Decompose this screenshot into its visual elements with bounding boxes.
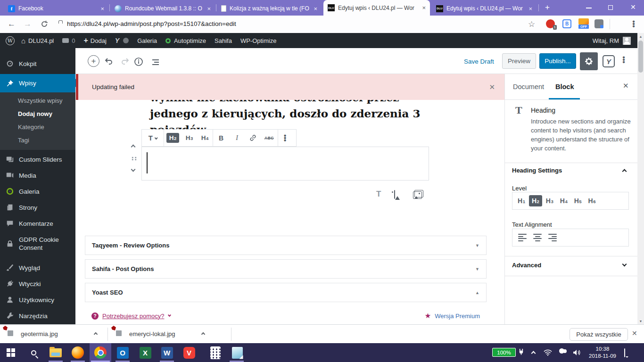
collapse-arrow-icon[interactable]: ▼ [475, 267, 479, 272]
sidebar-item-galeria[interactable]: Galeria [0, 183, 75, 199]
tab-close-icon[interactable]: × [207, 5, 211, 12]
clock[interactable]: 10:38 2018-11-09 [585, 346, 620, 360]
yoast-seo-button[interactable]: Y [603, 55, 615, 67]
save-draft-button[interactable]: Save Draft [464, 58, 494, 65]
preview-button[interactable]: Preview [502, 53, 536, 69]
level-h2-button[interactable]: H2 [529, 195, 542, 206]
panel-expand-icon[interactable] [622, 262, 627, 267]
metabox-sahifa[interactable]: Sahifa - Post Options ▼ [85, 259, 487, 279]
drag-handle-icon[interactable] [131, 156, 137, 161]
taskbar-search-icon[interactable] [27, 346, 40, 359]
align-right-button[interactable] [548, 234, 557, 241]
heading-h2-button[interactable]: H2 [164, 130, 182, 146]
battery-indicator[interactable]: 100% [492, 348, 516, 357]
page-scrollbar[interactable]: ▲ ▼ [637, 33, 644, 324]
site-name-link[interactable]: DLU24.pl [28, 37, 54, 44]
show-all-downloads-button[interactable]: Pokaż wszystkie [570, 328, 628, 341]
download-menu-chevron[interactable] [94, 332, 98, 336]
block-switcher-button[interactable]: T [142, 130, 164, 146]
collapse-arrow-icon[interactable]: ▼ [475, 243, 479, 248]
add-text-block-icon[interactable]: T [376, 189, 381, 199]
sidebar-item-kokpit[interactable]: Kokpit [0, 56, 75, 72]
window-maximize-button[interactable] [608, 5, 613, 10]
word-icon[interactable]: W [161, 346, 173, 359]
sidebar-item-media[interactable]: Media [0, 167, 75, 183]
sidebar-item-custom-sliders[interactable]: Custom Sliders [0, 151, 75, 167]
level-h6-button[interactable]: H6 [586, 195, 599, 206]
heading-h3-button[interactable]: H3 [182, 130, 197, 146]
sidebar-item-wtyczki[interactable]: Wtyczki [0, 276, 75, 292]
move-block-up-icon[interactable] [131, 145, 136, 149]
level-h4-button[interactable]: H4 [557, 195, 570, 206]
content-structure-button[interactable] [134, 57, 143, 66]
comment-count[interactable]: 0 [72, 37, 75, 44]
publish-button[interactable]: Publish... [539, 53, 576, 69]
settings-gear-button[interactable] [580, 52, 598, 70]
downloads-bar-close-icon[interactable]: ✕ [632, 329, 637, 337]
new-tab-button[interactable]: + [545, 3, 550, 12]
yoast-admin-icon[interactable]: Y [115, 37, 119, 44]
calculator-icon[interactable] [209, 346, 222, 359]
need-help-link[interactable]: Potrzebujesz pomocy? [102, 313, 165, 320]
tab-edytuj-wpis-active[interactable]: DLU Edytuj wpis ‹ DLU24.pl — Wor × [323, 0, 430, 16]
level-h5-button[interactable]: H5 [571, 195, 585, 206]
sidebar-item-wyglad[interactable]: Wygląd [0, 260, 75, 276]
file-explorer-icon[interactable] [50, 346, 62, 359]
download-item-geotermia[interactable]: geotermia.jpg [21, 330, 58, 337]
panel-collapse-icon[interactable] [622, 169, 627, 174]
back-button[interactable]: ← [8, 19, 16, 29]
tab-document[interactable]: Document [513, 83, 544, 90]
sidebar-subitem-wszystkie-wpisy[interactable]: Wszystkie wpisy [0, 97, 75, 104]
download-menu-chevron[interactable] [201, 332, 205, 336]
plus-icon[interactable]: + [84, 36, 88, 45]
autoptimize-link[interactable]: Autoptimize [174, 37, 206, 44]
browser-menu-icon[interactable]: ••• [632, 20, 635, 27]
tab-close-icon[interactable]: × [100, 5, 104, 12]
excel-icon[interactable]: X [139, 346, 151, 359]
undo-button[interactable] [104, 57, 113, 66]
level-h1-button[interactable]: H1 [515, 195, 528, 206]
bold-button[interactable]: B [213, 130, 229, 146]
user-avatar[interactable] [623, 37, 631, 45]
move-block-down-icon[interactable] [131, 167, 136, 172]
sidebar-item-wpisy[interactable]: Wpisy [0, 74, 75, 92]
wp-optimize-link[interactable]: WP-Optimize [240, 37, 277, 44]
extension-puzzle-icon[interactable] [594, 19, 603, 28]
scroll-up-arrow[interactable]: ▲ [637, 33, 644, 40]
expand-arrow-icon[interactable]: ▲ [475, 290, 479, 295]
add-image-block-icon[interactable] [394, 190, 395, 199]
metabox-yoast-seo[interactable]: Yoast SEO ▲ [85, 283, 487, 302]
tab-block[interactable]: Block [555, 83, 574, 90]
tab-roundcube[interactable]: Roundcube Webmail 1.3.8 :: O × [110, 1, 215, 16]
outlook-icon[interactable]: O [116, 346, 129, 359]
tab-close-icon[interactable]: × [528, 5, 532, 12]
tab-facebook[interactable]: f Facebook × [4, 1, 108, 16]
download-item-emeryci[interactable]: emeryci-lokal.jpg [129, 330, 175, 337]
window-minimize-button[interactable] [586, 8, 592, 8]
italic-button[interactable]: I [229, 130, 245, 146]
heading-settings-panel-title[interactable]: Heading Settings [512, 167, 562, 174]
home-icon[interactable]: ⌂ [21, 37, 25, 45]
volume-icon[interactable] [572, 349, 581, 358]
sidebar-item-strony[interactable]: Strony [0, 199, 75, 215]
tray-expand-chevron[interactable] [531, 351, 536, 356]
sidebar-subitem-tagi[interactable]: Tagi [0, 137, 75, 144]
redo-button[interactable] [121, 57, 130, 66]
premium-version-link[interactable]: Wersja Premium [435, 313, 480, 320]
strikethrough-button[interactable]: ABC [261, 130, 278, 146]
sidebar-item-uzytkownicy[interactable]: Użytkownicy [0, 292, 75, 308]
notice-close-icon[interactable]: ✕ [489, 83, 495, 91]
extension-tag-icon[interactable]: B [562, 19, 571, 28]
url-bar[interactable]: https://dlu24.pl/wp-admin/post.php?post=… [67, 20, 236, 27]
more-tools-menu-icon[interactable]: ••• [622, 56, 625, 63]
refresh-button[interactable] [41, 20, 48, 28]
help-question-icon[interactable]: ? [91, 313, 99, 320]
add-new-link[interactable]: Dodaj [91, 37, 107, 44]
sidebar-item-narzedzia[interactable]: Narzędzia [0, 308, 75, 324]
scroll-down-arrow[interactable]: ▼ [637, 318, 644, 324]
tab-kolizja[interactable]: Kolizja z ważną lekcją w tle (FO × [217, 1, 322, 16]
tab-edytuj-wpis-2[interactable]: DLU Edytuj wpis ‹ DLU24.pl — Wor × [432, 1, 537, 16]
window-close-button[interactable]: ✕ [630, 3, 636, 11]
comments-icon[interactable] [62, 38, 69, 43]
greeting-user-link[interactable]: Witaj, RM [593, 37, 619, 44]
